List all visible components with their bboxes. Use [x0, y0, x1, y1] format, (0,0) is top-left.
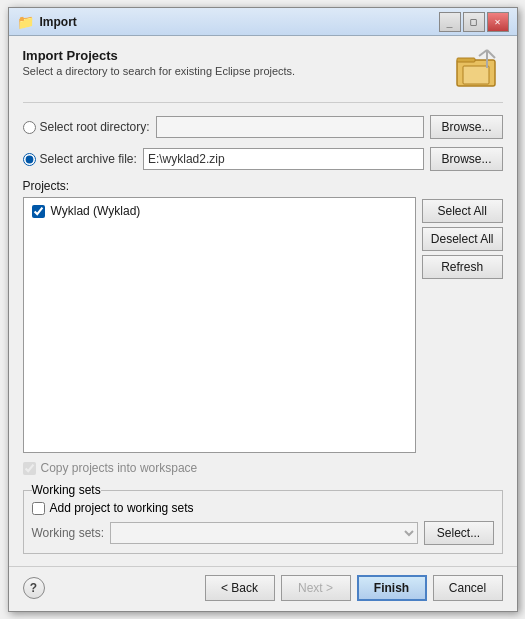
side-buttons: Select All Deselect All Refresh: [422, 197, 503, 453]
projects-label: Projects:: [23, 179, 503, 193]
copy-projects-label: Copy projects into workspace: [41, 461, 198, 475]
dialog-subtitle: Select a directory to search for existin…: [23, 65, 296, 77]
working-sets-select-button[interactable]: Select...: [424, 521, 494, 545]
archive-file-radio[interactable]: [23, 153, 36, 166]
working-sets-label: Working sets:: [32, 526, 104, 540]
minimize-button[interactable]: _: [439, 12, 461, 32]
cancel-button[interactable]: Cancel: [433, 575, 503, 601]
header-text: Import Projects Select a directory to se…: [23, 48, 296, 77]
root-directory-input[interactable]: [156, 116, 425, 138]
header-icon: [455, 48, 503, 94]
working-sets-group: Working sets Add project to working sets…: [23, 483, 503, 554]
copy-projects-checkbox[interactable]: [23, 462, 36, 475]
import-dialog: 📁 Import _ □ ✕ Import Projects Select a …: [8, 7, 518, 612]
archive-file-label[interactable]: Select archive file:: [23, 152, 137, 166]
footer-buttons: < Back Next > Finish Cancel: [205, 575, 503, 601]
window-title: Import: [40, 15, 439, 29]
back-button[interactable]: < Back: [205, 575, 275, 601]
archive-browse-button[interactable]: Browse...: [430, 147, 502, 171]
title-bar: 📁 Import _ □ ✕: [9, 8, 517, 36]
root-directory-browse-button[interactable]: Browse...: [430, 115, 502, 139]
window-icon: 📁: [17, 14, 34, 30]
dialog-title: Import Projects: [23, 48, 296, 63]
select-all-button[interactable]: Select All: [422, 199, 503, 223]
add-to-working-sets-checkbox[interactable]: [32, 502, 45, 515]
working-sets-select-row: Working sets: Select...: [32, 521, 494, 545]
root-directory-row: Select root directory: Browse...: [23, 115, 503, 139]
archive-file-input[interactable]: [143, 148, 425, 170]
finish-button[interactable]: Finish: [357, 575, 427, 601]
refresh-button[interactable]: Refresh: [422, 255, 503, 279]
projects-list[interactable]: Wyklad (Wyklad): [23, 197, 416, 453]
svg-line-3: [479, 50, 487, 56]
add-to-working-sets-label: Add project to working sets: [50, 501, 194, 515]
projects-section: Projects: Wyklad (Wyklad) Select All Des…: [23, 179, 503, 453]
root-directory-label[interactable]: Select root directory:: [23, 120, 150, 134]
working-sets-legend: Working sets: [32, 483, 101, 497]
project-name: Wyklad (Wyklad): [51, 204, 141, 218]
deselect-all-button[interactable]: Deselect All: [422, 227, 503, 251]
dialog-content: Import Projects Select a directory to se…: [9, 36, 517, 566]
svg-line-4: [487, 50, 495, 58]
next-button[interactable]: Next >: [281, 575, 351, 601]
working-sets-dropdown[interactable]: [110, 522, 418, 544]
dialog-footer: ? < Back Next > Finish Cancel: [9, 566, 517, 611]
svg-rect-2: [463, 66, 489, 84]
root-directory-radio[interactable]: [23, 121, 36, 134]
list-item: Wyklad (Wyklad): [28, 202, 411, 220]
project-checkbox[interactable]: [32, 205, 45, 218]
copy-projects-row: Copy projects into workspace: [23, 461, 503, 475]
help-button[interactable]: ?: [23, 577, 45, 599]
window-controls: _ □ ✕: [439, 12, 509, 32]
footer-left: ?: [23, 577, 45, 599]
working-sets-check-row: Add project to working sets: [32, 501, 494, 515]
svg-rect-1: [457, 58, 475, 62]
close-button[interactable]: ✕: [487, 12, 509, 32]
maximize-button[interactable]: □: [463, 12, 485, 32]
archive-file-row: Select archive file: Browse...: [23, 147, 503, 171]
header-section: Import Projects Select a directory to se…: [23, 48, 503, 103]
projects-container: Wyklad (Wyklad) Select All Deselect All …: [23, 197, 503, 453]
